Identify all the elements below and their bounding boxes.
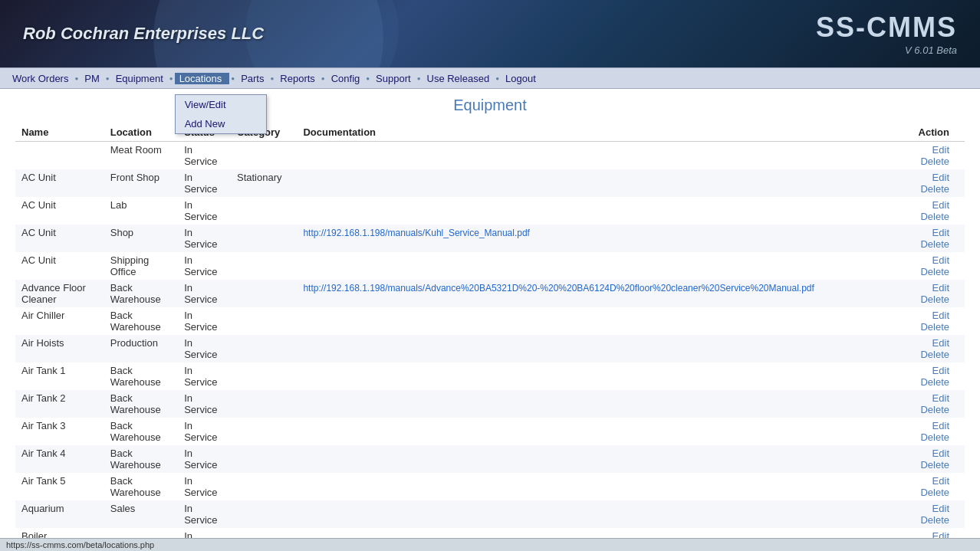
cell-status: In Service [178,362,231,390]
cell-status: In Service [178,169,231,197]
cell-name: Air Tank 4 [15,445,104,473]
cell-action: EditDelete [904,307,965,335]
edit-link[interactable]: Edit [910,337,949,349]
nav-locations-container: Locations View/Edit Add New [175,73,230,84]
delete-link[interactable]: Delete [910,211,949,222]
cell-name: Air Tank 3 [15,418,104,445]
nav-dot-2: ● [106,75,110,82]
status-bar: https://ss-cmms.com/beta/locations.php [0,538,980,551]
cell-action: EditDelete [904,142,965,170]
cell-name: Air Tank 1 [15,362,104,390]
edit-link[interactable]: Edit [910,172,949,183]
delete-link[interactable]: Delete [910,349,949,360]
app-header: Rob Cochran Enterprises LLC SS-CMMS V 6.… [0,0,980,67]
edit-link[interactable]: Edit [910,503,949,514]
delete-link[interactable]: Delete [910,514,949,526]
edit-link[interactable]: Edit [910,420,949,431]
edit-link[interactable]: Edit [910,475,949,487]
nav-config[interactable]: Config [327,68,365,88]
cell-name: AC Unit [15,197,104,225]
cell-name: Advance Floor Cleaner [15,280,104,307]
nav-work-orders[interactable]: Work Orders [8,68,73,88]
cell-category [231,225,297,252]
cell-location: Back Warehouse [104,445,178,473]
delete-link[interactable]: Delete [910,294,949,305]
nav-logout[interactable]: Logout [501,68,541,88]
table-row: Meat RoomIn ServiceEditDelete [15,142,965,170]
delete-link[interactable]: Delete [910,183,949,195]
cell-action: EditDelete [904,252,965,280]
nav-dot-6: ● [321,75,325,82]
delete-link[interactable]: Delete [910,266,949,277]
cell-documentation [297,335,903,362]
delete-link[interactable]: Delete [910,431,949,443]
cell-location: Lab [104,197,178,225]
delete-link[interactable]: Delete [910,238,949,250]
edit-link[interactable]: Edit [910,310,949,321]
cell-location: Sales [104,500,178,528]
cell-documentation [297,362,903,390]
nav-pm[interactable]: PM [80,68,104,88]
edit-link[interactable]: Edit [910,254,949,266]
nav-dot-8: ● [417,75,421,82]
cell-documentation [297,252,903,280]
nav-parts[interactable]: Parts [236,68,268,88]
edit-link[interactable]: Edit [910,282,949,294]
cell-location: Back Warehouse [104,473,178,500]
doc-link[interactable]: http://192.168.1.198/manuals/Kuhl_Servic… [303,228,530,238]
locations-dropdown: View/Edit Add New [175,94,267,134]
edit-link[interactable]: Edit [910,365,949,376]
cell-status: In Service [178,197,231,225]
locations-view-edit[interactable]: View/Edit [176,95,266,114]
delete-link[interactable]: Delete [910,487,949,498]
cell-category [231,142,297,170]
cell-status: In Service [178,142,231,170]
cell-location: Back Warehouse [104,280,178,307]
nav-dot-4: ● [231,75,235,82]
table-row: AquariumSalesIn ServiceEditDelete [15,500,965,528]
nav-use-released[interactable]: Use Released [423,68,495,88]
cell-action: EditDelete [904,362,965,390]
nav-locations[interactable]: Locations [175,73,230,84]
nav-support[interactable]: Support [371,68,416,88]
delete-link[interactable]: Delete [910,321,949,333]
col-header-action: Action [904,123,965,142]
edit-link[interactable]: Edit [910,227,949,238]
cell-action: EditDelete [904,473,965,500]
delete-link[interactable]: Delete [910,376,949,388]
cell-documentation[interactable]: http://192.168.1.198/manuals/Advance%20B… [297,280,903,307]
edit-link[interactable]: Edit [910,199,949,211]
page-title: Equipment [15,97,965,114]
doc-link[interactable]: http://192.168.1.198/manuals/Advance%20B… [303,283,814,294]
cell-status: In Service [178,445,231,473]
delete-link[interactable]: Delete [910,156,949,167]
status-url: https://ss-cmms.com/beta/locations.php [6,540,154,549]
nav-dot-1: ● [74,75,78,82]
edit-link[interactable]: Edit [910,144,949,156]
cell-category [231,280,297,307]
nav-equipment[interactable]: Equipment [111,68,168,88]
delete-link[interactable]: Delete [910,459,949,471]
nav-reports[interactable]: Reports [275,68,320,88]
cell-category [231,307,297,335]
cell-name: AC Unit [15,169,104,197]
cell-documentation [297,445,903,473]
cell-documentation [297,418,903,445]
delete-link[interactable]: Delete [910,404,949,415]
cell-action: EditDelete [904,335,965,362]
cell-status: In Service [178,280,231,307]
cell-category [231,500,297,528]
company-name: Rob Cochran Enterprises LLC [23,24,264,44]
cell-category [231,445,297,473]
locations-add-new[interactable]: Add New [176,114,266,133]
cell-location: Production [104,335,178,362]
col-header-documentation: Documentation [297,123,903,142]
edit-link[interactable]: Edit [910,392,949,404]
cell-status: In Service [178,390,231,418]
edit-link[interactable]: Edit [910,448,949,459]
cell-status: In Service [178,473,231,500]
col-header-name: Name [15,123,104,142]
cell-status: In Service [178,418,231,445]
page-content: Equipment Name Location Status Category … [0,89,980,551]
cell-documentation[interactable]: http://192.168.1.198/manuals/Kuhl_Servic… [297,225,903,252]
